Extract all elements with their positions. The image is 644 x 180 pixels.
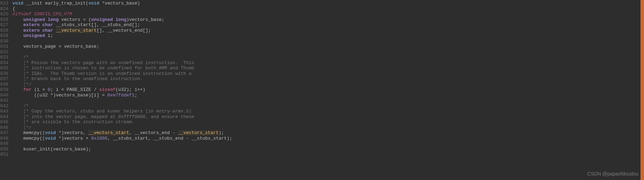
code-line[interactable]: ¦* instruction is chosen to be undefined…: [10, 65, 644, 71]
code-line[interactable]: ¦* into the vector page, mapped at 0xfff…: [10, 114, 644, 120]
code-token: ¦* Copy the vectors, stubs and kuser hel…: [23, 109, 192, 114]
code-token: ; i < PAGE_SIZE /: [50, 87, 99, 92]
code-token: [53, 28, 56, 33]
line-number: 835: [0, 65, 10, 71]
code-token: unsigned long: [91, 17, 126, 22]
code-line[interactable]: /*: [10, 55, 644, 60]
code-line[interactable]: ¦* ISAs. The Thumb version is an undefin…: [10, 71, 644, 77]
code-token: [13, 87, 23, 92]
code-line[interactable]: ¦*/: [10, 125, 644, 131]
code-line[interactable]: ¦*/: [10, 82, 644, 87]
code-line[interactable]: [10, 152, 644, 157]
code-token: );: [219, 130, 224, 135]
code-token: ¦* branch back to the undefined instruct…: [23, 76, 143, 81]
line-number: 846: [0, 125, 10, 131]
code-token: __init early_trap_init(: [23, 1, 88, 6]
code-token: [13, 55, 23, 60]
line-number: 838: [0, 82, 10, 87]
line-number: 842: [0, 103, 10, 109]
code-token: [13, 28, 23, 33]
line-number: 851: [0, 152, 10, 157]
code-token: vectors = (: [58, 17, 91, 22]
code-line[interactable]: kuser_init(vectors_base);: [10, 147, 644, 152]
line-number: 823: [0, 1, 10, 6]
code-token: void: [45, 130, 56, 135]
code-token: ¦* instruction is chosen to be undefined…: [23, 65, 194, 71]
code-token: unsigned: [23, 33, 45, 38]
line-number: 837: [0, 76, 10, 82]
code-line[interactable]: ¦* Copy the vectors, stubs and kuser hel…: [10, 109, 644, 114]
line-number: 841: [0, 98, 10, 103]
code-token: ((u32 *)vectors_base)[i] =: [13, 93, 107, 98]
code-line[interactable]: unsigned long vectors = (unsigned long)v…: [10, 17, 644, 23]
line-number: 833: [0, 55, 10, 60]
line-number: 840: [0, 93, 10, 98]
code-token: [13, 119, 23, 125]
code-token: [13, 22, 23, 28]
line-number: 831: [0, 44, 10, 49]
code-area[interactable]: void __init early_trap_init(void *vector…: [10, 0, 644, 180]
code-token: /*: [23, 55, 29, 60]
code-token: [13, 76, 23, 81]
code-token: sizeof: [99, 87, 116, 92]
code-line[interactable]: void __init early_trap_init(void *vector…: [10, 1, 644, 6]
code-line[interactable]: ¦* Poison the vectors page with an undef…: [10, 60, 644, 66]
code-token: (i =: [31, 87, 48, 92]
code-token: void: [45, 136, 56, 141]
line-number: 828: [0, 28, 10, 33]
code-line[interactable]: memcpy((void *)vectors + 0x1000, __stubs…: [10, 136, 644, 141]
line-number: 850: [0, 147, 10, 152]
code-token: kuser_init(vectors_base);: [13, 147, 91, 152]
code-line[interactable]: vectors_page = vectors_base;: [10, 44, 644, 49]
code-token: [], __vectors_end[];: [97, 28, 151, 33]
code-token: __vectors_start: [88, 130, 129, 135]
line-number: 843: [0, 109, 10, 114]
code-line[interactable]: [10, 49, 644, 55]
code-token: (u32); i++): [115, 87, 145, 92]
code-token: extern char: [23, 28, 53, 33]
code-token: extern char: [23, 22, 53, 28]
code-editor[interactable]: 8238248258268278288298308318328338348358…: [0, 0, 644, 180]
line-number: 849: [0, 141, 10, 147]
line-number-gutter: 8238248258268278288298308318328338348358…: [0, 0, 10, 180]
code-token: 0x1000: [91, 136, 107, 141]
scrollbar-indicator[interactable]: [641, 0, 644, 180]
code-token: *vectors_base): [99, 1, 140, 6]
code-line[interactable]: [10, 98, 644, 103]
code-line[interactable]: [10, 39, 644, 44]
code-token: #ifndef: [13, 11, 32, 17]
line-number: 845: [0, 119, 10, 125]
code-token: *)vectors,: [56, 130, 89, 135]
code-token: )vectors_base;: [127, 17, 164, 22]
code-line[interactable]: ((u32 *)vectors_base)[i] = 0xe7fddef1;: [10, 93, 644, 98]
line-number: 830: [0, 39, 10, 44]
code-token: ¦* are visible to the instruction stream…: [23, 119, 135, 125]
code-line[interactable]: extern char __stubs_start[], __stubs_end…: [10, 22, 644, 28]
code-line[interactable]: memcpy((void *)vectors, __vectors_start,…: [10, 130, 644, 136]
code-token: void: [13, 1, 23, 6]
code-token: i;: [45, 33, 53, 38]
code-line[interactable]: #ifndef CONFIG_CPU_V7M: [10, 11, 644, 17]
code-token: [13, 60, 23, 65]
code-token: {: [13, 6, 15, 11]
code-line[interactable]: unsigned i;: [10, 33, 644, 39]
line-number: 827: [0, 22, 10, 28]
code-line[interactable]: {: [10, 6, 644, 12]
code-line[interactable]: ¦* branch back to the undefined instruct…: [10, 76, 644, 82]
code-line[interactable]: ¦* are visible to the instruction stream…: [10, 119, 644, 125]
code-token: unsigned long: [23, 17, 58, 22]
code-token: vectors_page = vectors_base;: [13, 44, 99, 49]
code-line[interactable]: extern char __vectors_start[], __vectors…: [10, 28, 644, 33]
code-token: CONFIG_CPU_V7M: [31, 11, 72, 17]
code-line[interactable]: /*: [10, 103, 644, 109]
code-token: [13, 109, 23, 114]
code-token: ¦* into the vector page, mapped at 0xfff…: [23, 114, 194, 119]
line-number: 847: [0, 130, 10, 136]
code-token: ¦*/: [23, 125, 31, 130]
code-token: , __stubs_start, __stubs_end - __stubs_s…: [107, 136, 232, 141]
code-token: [13, 125, 23, 130]
code-token: __vectors_start: [56, 28, 97, 33]
code-line[interactable]: for (i = 0; i < PAGE_SIZE / sizeof(u32);…: [10, 87, 644, 93]
code-token: memcpy((: [13, 136, 45, 141]
code-line[interactable]: [10, 141, 644, 147]
